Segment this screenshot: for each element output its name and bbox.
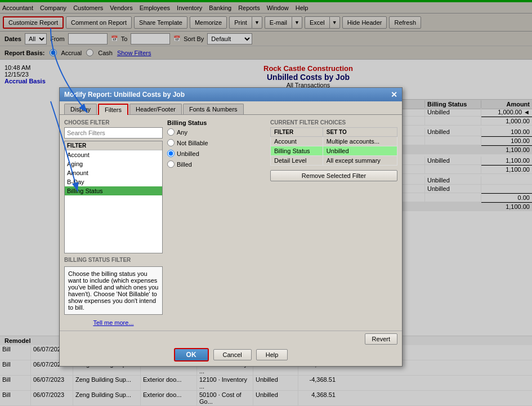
current-filter-choices-label: CURRENT FILTER CHOICES xyxy=(270,119,397,126)
modify-report-dialog: Modify Report: Unbilled Costs by Job ✕ D… xyxy=(59,87,403,367)
set-to-col-header: SET TO xyxy=(323,128,397,137)
revert-button[interactable]: Revert xyxy=(365,333,397,345)
radio-any-input[interactable] xyxy=(167,128,175,136)
radio-any[interactable]: Any xyxy=(167,128,266,136)
filter-column-header: FILTER xyxy=(65,141,162,150)
dialog-titlebar[interactable]: Modify Report: Unbilled Costs by Job ✕ xyxy=(60,88,402,101)
dialog-footer: Revert xyxy=(60,331,402,345)
tab-header-footer[interactable]: Header/Footer xyxy=(129,104,182,114)
dialog-buttons: OK Cancel Help xyxy=(60,345,402,366)
filter-item-billing-status[interactable]: Billing Status xyxy=(65,186,162,195)
radio-group: Any Not Billable Unbilled Billed xyxy=(167,128,266,168)
search-filters-input[interactable] xyxy=(64,127,163,139)
set-to-cell-billing-status: Unbilled xyxy=(323,146,397,156)
filter-cell-detail-level: Detail Level xyxy=(271,156,323,166)
radio-not-billable-input[interactable] xyxy=(167,139,175,146)
filter-list: FILTER Account Aging Amount B-Day Billin… xyxy=(64,141,163,253)
filter-item-account[interactable]: Account xyxy=(65,150,162,159)
remove-selected-filter-button[interactable]: Remove Selected Filter xyxy=(270,170,397,181)
filter-row-account[interactable]: Account Multiple accounts... xyxy=(271,137,397,146)
set-to-cell-account: Multiple accounts... xyxy=(323,137,397,146)
radio-billed-input[interactable] xyxy=(167,160,175,168)
tab-filters[interactable]: Filters xyxy=(98,104,128,115)
filter-item-bday[interactable]: B-Day xyxy=(65,177,162,186)
filter-row-detail-level[interactable]: Detail Level All except summary xyxy=(271,156,397,166)
radio-unbilled-label: Unbilled xyxy=(177,150,199,157)
filter-item-amount[interactable]: Amount xyxy=(65,168,162,177)
current-filter-choices-panel: CURRENT FILTER CHOICES FILTER SET TO Acc… xyxy=(270,119,397,326)
filter-cell-account: Account xyxy=(271,137,323,146)
billing-status-heading: Billing Status xyxy=(167,119,266,126)
radio-unbilled-input[interactable] xyxy=(167,150,175,157)
cancel-button[interactable]: Cancel xyxy=(213,349,252,360)
billing-status-filter-section: BILLING STATUS FILTER Choose the billing… xyxy=(64,257,163,326)
filter-cell-billing-status: Billing Status xyxy=(271,146,323,156)
radio-not-billable[interactable]: Not Billable xyxy=(167,139,266,146)
filter-col-header: FILTER xyxy=(271,128,323,137)
choose-filter-panel: CHOOSE FILTER FILTER Account Aging Amoun… xyxy=(64,119,163,326)
dialog-tabs: Display Filters Header/Footer Fonts & Nu… xyxy=(60,101,402,115)
radio-not-billable-label: Not Billable xyxy=(177,140,208,146)
billing-status-panel: Billing Status Any Not Billable Unbilled xyxy=(167,119,266,326)
tab-fonts-numbers[interactable]: Fonts & Numbers xyxy=(183,104,244,114)
tell-me-more-link[interactable]: Tell me more... xyxy=(64,319,163,326)
billing-status-description: Choose the billing status you want to in… xyxy=(64,266,163,315)
tab-display[interactable]: Display xyxy=(64,104,97,114)
radio-any-label: Any xyxy=(177,129,187,136)
radio-unbilled[interactable]: Unbilled xyxy=(167,150,266,157)
ok-button[interactable]: OK xyxy=(174,348,209,362)
set-to-cell-detail-level: All except summary xyxy=(323,156,397,166)
dialog-close-button[interactable]: ✕ xyxy=(391,90,397,99)
radio-billed[interactable]: Billed xyxy=(167,160,266,168)
help-button[interactable]: Help xyxy=(256,349,288,360)
dialog-content: CHOOSE FILTER FILTER Account Aging Amoun… xyxy=(60,115,402,331)
filter-row-billing-status[interactable]: Billing Status Unbilled xyxy=(271,146,397,156)
filter-choices-table: FILTER SET TO Account Multiple accounts.… xyxy=(270,127,397,166)
radio-billed-label: Billed xyxy=(177,161,192,168)
dialog-title: Modify Report: Unbilled Costs by Job xyxy=(64,91,185,99)
billing-status-filter-label: BILLING STATUS FILTER xyxy=(64,257,163,263)
filter-item-aging[interactable]: Aging xyxy=(65,159,162,168)
choose-filter-label: CHOOSE FILTER xyxy=(64,119,163,126)
